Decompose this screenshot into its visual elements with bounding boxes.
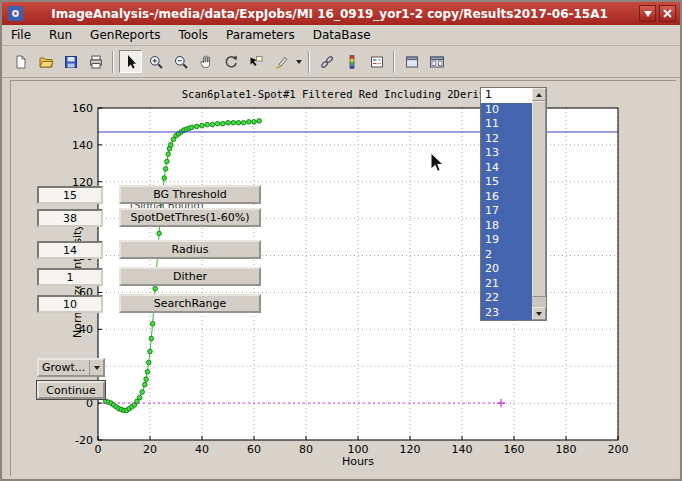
plot-canvas[interactable]: 020406080100120140160180200-200204060801… [11, 81, 677, 477]
print-button[interactable] [84, 50, 107, 73]
growth-curve-marker [210, 122, 215, 127]
x-tick-label: 80 [299, 443, 313, 456]
link-plot-icon [319, 54, 335, 70]
listbox-item[interactable]: 19 [481, 233, 532, 248]
x-tick-label: 160 [504, 443, 525, 456]
scroll-up-button[interactable] [532, 88, 546, 101]
data-cursor-button[interactable] [244, 50, 267, 73]
insert-colorbar-button[interactable] [340, 50, 363, 73]
scrollbar-thumb[interactable] [532, 101, 546, 297]
minimize-button[interactable] [639, 5, 656, 22]
x-tick-label: 40 [195, 443, 209, 456]
brush-button[interactable] [269, 50, 292, 73]
window-title: ImageAnalysis-/media/data/ExpJobs/MI 16_… [23, 7, 636, 21]
listbox-item[interactable]: 20 [481, 262, 532, 277]
growth-curve-marker [144, 377, 149, 382]
dither-input[interactable] [37, 268, 103, 286]
toolbar-separator [308, 51, 310, 73]
growth-curve-marker [165, 159, 170, 164]
radius-input[interactable] [37, 241, 103, 259]
menu-tools[interactable]: Tools [169, 26, 217, 44]
growth-curve-marker [231, 120, 236, 125]
growth-curve-marker [200, 123, 205, 128]
listbox-item[interactable]: 17 [481, 204, 532, 219]
listbox-item[interactable]: 22 [481, 291, 532, 306]
bg-threshold-button[interactable]: BG Threshold [119, 185, 261, 204]
new-document-button[interactable] [9, 50, 32, 73]
menu-genreports[interactable]: GenReports [81, 26, 169, 44]
radius-button[interactable]: Radius [119, 240, 261, 259]
figure-area: 020406080100120140160180200-200204060801… [10, 80, 676, 476]
brush-icon [273, 54, 289, 70]
bg-threshold-input[interactable] [37, 186, 103, 204]
growth-curve-marker [146, 360, 151, 365]
minimize-icon [644, 11, 652, 17]
continue-button[interactable]: Continue [37, 381, 105, 399]
listbox-item[interactable]: 21 [481, 277, 532, 292]
listbox-item[interactable]: 14 [481, 161, 532, 176]
listbox-scrollbar[interactable] [532, 88, 546, 320]
chevron-down-icon [94, 366, 100, 370]
hide-plot-tools-button[interactable] [400, 50, 423, 73]
zoom-out-button[interactable] [169, 50, 192, 73]
rotate-3d-button[interactable] [219, 50, 242, 73]
listbox-item[interactable]: 11 [481, 117, 532, 132]
dropdown-arrow-box[interactable] [89, 360, 103, 375]
triangle-up-icon [536, 93, 542, 97]
growth-dropdown[interactable]: Growt... [37, 358, 105, 377]
open-folder-button[interactable] [34, 50, 57, 73]
spot-det-thres-input[interactable] [37, 209, 103, 227]
growth-curve-marker [241, 120, 246, 125]
growth-curve-marker [137, 395, 142, 400]
brush-dropdown-button[interactable] [293, 50, 304, 73]
pan-button[interactable] [194, 50, 217, 73]
edit-plot-button[interactable] [119, 50, 142, 73]
toolbar-separator [112, 51, 114, 73]
toolbar-separator [393, 51, 395, 73]
insert-legend-button[interactable] [365, 50, 388, 73]
spot-det-thres-button[interactable]: SpotDetThres(1-60%) [119, 208, 261, 227]
zoom-out-icon [173, 54, 189, 70]
listbox-item[interactable]: 16 [481, 190, 532, 205]
data-cursor-icon [248, 54, 264, 70]
growth-curve-marker [205, 122, 210, 127]
search-range-button[interactable]: SearchRange [119, 294, 261, 313]
menu-database[interactable]: DataBase [304, 26, 380, 44]
figure-toolbar [2, 46, 680, 78]
close-button[interactable] [659, 5, 676, 22]
listbox-item[interactable]: 12 [481, 132, 532, 147]
show-plot-tools-button[interactable] [425, 50, 448, 73]
listbox-item[interactable]: 23 [481, 306, 532, 321]
triangle-down-icon [536, 312, 542, 316]
listbox-item[interactable]: 2 [481, 248, 532, 263]
scroll-down-button[interactable] [532, 307, 546, 320]
growth-curve-marker [149, 336, 154, 341]
menu-file[interactable]: File [2, 26, 40, 44]
growth-curve-marker [157, 231, 162, 236]
spot-number-listbox[interactable]: 110111213141516171819220212223 [480, 87, 547, 321]
titlebar: ImageAnalysis-/media/data/ExpJobs/MI 16_… [2, 2, 680, 25]
zoom-in-button[interactable] [144, 50, 167, 73]
new-document-icon [13, 54, 29, 70]
search-range-input[interactable] [37, 295, 103, 313]
growth-curve-marker [148, 349, 153, 354]
listbox-item[interactable]: 15 [481, 175, 532, 190]
save-button[interactable] [59, 50, 82, 73]
growth-curve-marker [145, 369, 150, 374]
insert-colorbar-icon [344, 54, 360, 70]
show-plot-tools-icon [429, 54, 445, 70]
growth-curve-marker [166, 152, 171, 157]
listbox-item[interactable]: 10 [481, 103, 532, 118]
plot-title: Scan6plate1-Spot#1 Filtered Red Includin… [182, 88, 504, 100]
x-tick-label: 0 [95, 443, 102, 456]
listbox-item[interactable]: 18 [481, 219, 532, 234]
growth-dropdown-value: Growt... [39, 361, 89, 374]
growth-curve-marker [153, 286, 158, 291]
menu-run[interactable]: Run [40, 26, 81, 44]
listbox-item[interactable]: 1 [481, 88, 532, 103]
open-folder-icon [38, 54, 54, 70]
dither-button[interactable]: Dither [119, 267, 261, 286]
listbox-item[interactable]: 13 [481, 146, 532, 161]
link-plot-button[interactable] [315, 50, 338, 73]
menu-parameters[interactable]: Parameters [217, 26, 304, 44]
